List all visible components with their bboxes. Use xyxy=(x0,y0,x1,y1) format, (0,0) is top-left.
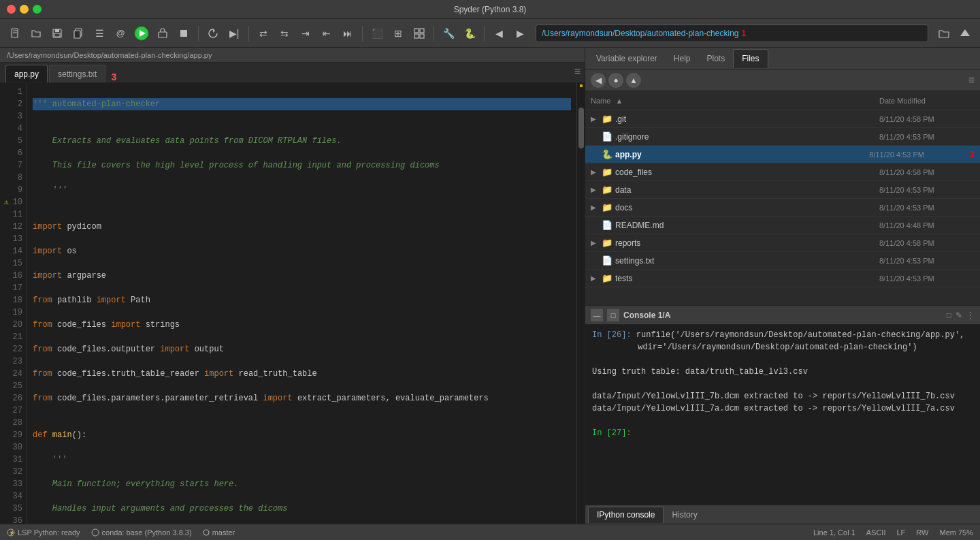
tab-app-py[interactable]: app.py xyxy=(5,65,48,82)
file-item-readme[interactable]: 📄 README.md 8/11/20 4:48 PM xyxy=(585,217,980,234)
status-git-text: master xyxy=(212,528,235,537)
file-item-tests[interactable]: ▶ 📁 tests 8/11/20 4:53 PM xyxy=(585,270,980,287)
editor-scrollbar[interactable] xyxy=(576,83,585,524)
debug-button[interactable] xyxy=(153,24,172,43)
svg-rect-10 xyxy=(159,32,167,37)
tab-history[interactable]: History xyxy=(664,507,705,523)
tab-help[interactable]: Help xyxy=(666,49,699,68)
console-out-truth: Using truth table: data/truth_table_lvl3… xyxy=(592,366,973,378)
save-file-button[interactable] xyxy=(48,24,67,43)
console-menu-button[interactable]: ⋮ xyxy=(966,311,975,320)
status-line-ending: LF xyxy=(896,528,905,537)
editor-tabs: app.py settings.txt 3 ≡ xyxy=(0,63,585,83)
stop-button[interactable] xyxy=(174,24,193,43)
tab-variable-explorer[interactable]: Variable explorer xyxy=(588,49,666,68)
tab-ipython-console[interactable]: IPython console xyxy=(588,507,664,523)
status-position: Line 1, Col 1 xyxy=(813,528,855,537)
files-menu-button[interactable]: ≡ xyxy=(968,74,975,86)
console-options-button[interactable]: □ xyxy=(947,311,951,320)
file-date-tests: 8/11/20 4:53 PM xyxy=(879,274,975,283)
sort-icon: ▲ xyxy=(615,97,623,105)
next-button[interactable]: ⏭ xyxy=(338,24,357,43)
files-panel: ◀ ● ▲ ≡ Name ▲ Date Modified ▶ xyxy=(585,69,980,306)
status-lsp-text: LSP Python: ready xyxy=(18,528,80,537)
file-item-reports[interactable]: ▶ 📁 reports 8/11/20 4:58 PM xyxy=(585,234,980,252)
tab-app-py-label: app.py xyxy=(14,69,39,79)
files-col-date[interactable]: Date Modified xyxy=(879,97,975,105)
window-controls xyxy=(7,5,42,14)
tab-plots[interactable]: Plots xyxy=(699,49,734,68)
restart-button[interactable] xyxy=(203,24,223,43)
maximize-button[interactable] xyxy=(33,5,42,14)
files-col-name[interactable]: Name ▲ xyxy=(591,97,879,105)
console-undock-button[interactable]: □ xyxy=(607,309,619,321)
file-date-git: 8/11/20 4:58 PM xyxy=(879,115,975,123)
file-name-git: .git xyxy=(615,114,877,124)
status-rw-text: RW xyxy=(916,528,928,537)
at-button[interactable]: @ xyxy=(111,24,130,43)
new-file-button[interactable] xyxy=(5,24,24,43)
square-button[interactable]: ⬛ xyxy=(368,24,387,43)
nav-forward-button[interactable]: ⇆ xyxy=(275,24,294,43)
copy-button[interactable] xyxy=(69,24,88,43)
file-doc-icon-readme: 📄 xyxy=(602,220,612,230)
scrollbar-thumb[interactable] xyxy=(578,108,584,148)
file-item-app-py[interactable]: 🐍 app.py 8/11/20 4:53 PM 2 xyxy=(585,146,980,163)
scroll-indicator xyxy=(580,84,583,87)
status-lsp: ⚡ LSP Python: ready xyxy=(7,528,80,537)
tab-files[interactable]: Files xyxy=(733,49,768,68)
main-layout: /Users/raymondsun/Desktop/automated-plan… xyxy=(0,48,980,524)
files-forward-button[interactable]: ● xyxy=(608,73,623,88)
code-editor[interactable]: ⚠ 1 2 3 4 5 6 7 8 9 10 11 12 13 14 15 16… xyxy=(0,83,585,524)
arrow-left-button[interactable]: ◀ xyxy=(489,24,508,43)
file-date-readme: 8/11/20 4:48 PM xyxy=(879,221,975,229)
file-item-code-files[interactable]: ▶ 📁 code_files 8/11/20 4:58 PM xyxy=(585,163,980,181)
code-content[interactable]: ''' automated-plan-checker Extracts and … xyxy=(27,83,576,524)
toolbar: ☰ @ ▶| ⇄ ⇆ ⇥ ⇤ ⏭ ⬛ ⊞ 🔧 🐍 ◀ ▶ /Users/raym… xyxy=(0,19,980,48)
unindent-button[interactable]: ⇤ xyxy=(317,24,336,43)
files-back-button[interactable]: ◀ xyxy=(591,73,606,88)
console-minimize-button[interactable]: — xyxy=(591,309,603,321)
files-up-button[interactable]: ▲ xyxy=(626,73,641,88)
file-item-settings-txt[interactable]: 📄 settings.txt 8/11/20 4:53 PM xyxy=(585,252,980,270)
status-position-text: Line 1, Col 1 xyxy=(813,528,855,537)
run-button[interactable] xyxy=(132,24,151,43)
file-date-code-files: 8/11/20 4:58 PM xyxy=(879,168,975,176)
arrow-right-button[interactable]: ▶ xyxy=(510,24,529,43)
file-item-docs[interactable]: ▶ 📁 docs 8/11/20 4:53 PM xyxy=(585,199,980,217)
grid-button[interactable]: ⊞ xyxy=(389,24,408,43)
file-item-gitignore[interactable]: 📄 .gitignore 8/11/20 4:53 PM xyxy=(585,128,980,146)
list-button[interactable]: ☰ xyxy=(90,24,109,43)
tools-button[interactable]: 🔧 xyxy=(439,24,458,43)
svg-rect-5 xyxy=(54,33,60,37)
step-button[interactable]: ▶| xyxy=(225,24,244,43)
tab-settings-txt[interactable]: settings.txt xyxy=(49,65,105,82)
tab-menu-button[interactable]: ≡ xyxy=(574,65,581,78)
file-name-app-py: app.py xyxy=(615,150,866,159)
line-numbers: ⚠ 1 2 3 4 5 6 7 8 9 10 11 12 13 14 15 16… xyxy=(0,83,27,524)
close-button[interactable] xyxy=(7,5,16,14)
indent-button[interactable]: ⇥ xyxy=(296,24,315,43)
python-button[interactable]: 🐍 xyxy=(460,24,479,43)
layout-button[interactable] xyxy=(410,24,429,43)
open-folder-button[interactable] xyxy=(934,24,953,43)
console-cmd-26-cont: wdir='/Users/raymondsun/Desktop/automate… xyxy=(592,341,973,353)
file-item-data[interactable]: ▶ 📁 data 8/11/20 4:53 PM xyxy=(585,181,980,199)
open-file-button[interactable] xyxy=(27,24,46,43)
folder-arrow-docs: ▶ xyxy=(591,204,599,211)
minimize-button[interactable] xyxy=(20,5,29,14)
svg-rect-16 xyxy=(420,34,424,38)
file-date-data: 8/11/20 4:53 PM xyxy=(879,186,975,194)
svg-text:⚡: ⚡ xyxy=(9,530,15,536)
console-content[interactable]: In [26]: runfile('/Users/raymondsun/Desk… xyxy=(585,325,980,505)
up-button[interactable] xyxy=(956,24,975,43)
file-path-bar[interactable]: /Users/raymondsun/Desktop/automated-plan… xyxy=(536,25,928,42)
panel-tabs: Variable explorer Help Plots Files xyxy=(585,48,980,69)
folder-icon-reports: 📁 xyxy=(602,238,612,248)
console-edit-button[interactable]: ✎ xyxy=(956,311,962,320)
file-item-git[interactable]: ▶ 📁 .git 8/11/20 4:58 PM xyxy=(585,110,980,128)
nav-back-button[interactable]: ⇄ xyxy=(254,24,273,43)
files-col-name-label: Name xyxy=(591,97,610,105)
console-panel: — □ Console 1/A □ ✎ ⋮ In [26]: runfile('… xyxy=(585,306,980,524)
git-icon xyxy=(203,529,210,536)
